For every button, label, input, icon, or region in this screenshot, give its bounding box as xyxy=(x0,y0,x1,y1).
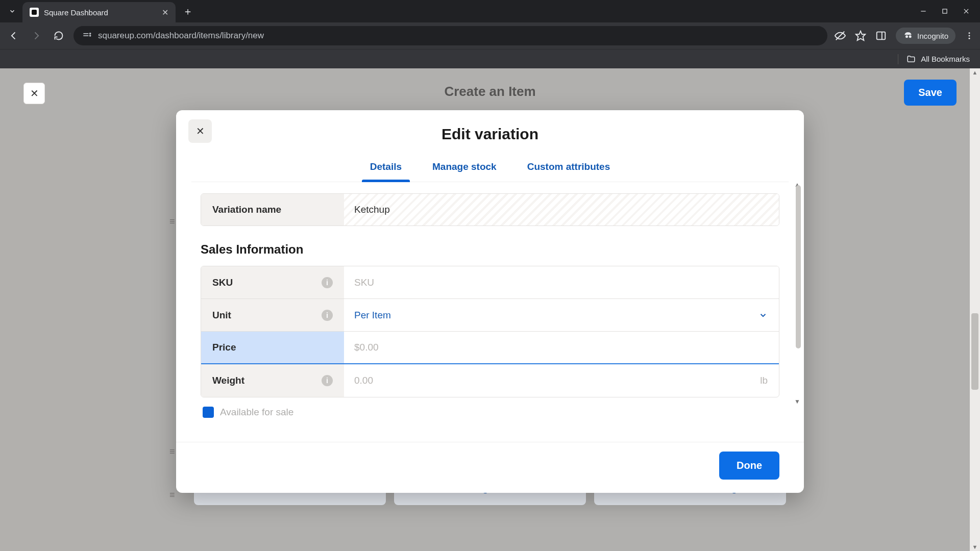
variation-name-label-text: Variation name xyxy=(212,204,281,215)
available-for-sale-row[interactable]: Available for sale xyxy=(201,397,779,418)
new-tab-button[interactable]: ＋ xyxy=(180,3,196,19)
window-controls xyxy=(920,8,975,15)
checkbox-checked-icon[interactable] xyxy=(203,407,214,418)
site-info-icon[interactable] xyxy=(82,31,92,41)
kebab-menu-icon[interactable] xyxy=(965,31,974,40)
modal-title: Edit variation xyxy=(191,126,789,143)
close-window-icon[interactable] xyxy=(963,8,970,15)
unit-row: Unit i Per Item xyxy=(201,299,779,332)
page-viewport: Create an Item ≡ ≡ ≡ ✕ Save ▲ ▼ Create v… xyxy=(0,68,980,551)
sku-input[interactable] xyxy=(344,266,779,298)
sku-label: SKU i xyxy=(201,266,344,298)
unit-value-text: Per Item xyxy=(354,310,391,321)
svg-rect-1 xyxy=(943,9,947,13)
svg-point-13 xyxy=(969,35,970,37)
minimize-icon[interactable] xyxy=(920,8,927,15)
done-button-label: Done xyxy=(737,460,762,471)
info-icon[interactable]: i xyxy=(322,277,333,288)
reload-button[interactable] xyxy=(51,28,66,43)
side-panel-icon[interactable] xyxy=(875,30,887,41)
square-favicon xyxy=(30,8,39,17)
variation-name-input[interactable] xyxy=(344,194,779,226)
tab-manage-stock-label: Manage stock xyxy=(432,161,497,172)
folder-icon xyxy=(906,55,916,64)
save-button[interactable]: Save xyxy=(904,80,957,106)
tab-manage-stock[interactable]: Manage stock xyxy=(429,154,500,182)
price-row: Price xyxy=(201,332,779,364)
url-text: squareup.com/dashboard/items/library/new xyxy=(98,31,264,41)
weight-unit-suffix: lb xyxy=(760,364,779,397)
tab-custom-attributes[interactable]: Custom attributes xyxy=(524,154,614,182)
chevron-down-icon[interactable] xyxy=(758,299,779,331)
modal-body: ▲ ▼ Variation name Sales Information SKU… xyxy=(176,182,804,442)
scroll-up-arrow[interactable]: ▲ xyxy=(971,69,978,76)
price-label-text: Price xyxy=(212,342,236,353)
address-bar[interactable]: squareup.com/dashboard/items/library/new xyxy=(74,26,827,45)
modal-scroll-down-arrow[interactable]: ▼ xyxy=(794,398,801,405)
svg-point-14 xyxy=(969,38,970,39)
done-button[interactable]: Done xyxy=(719,452,779,480)
tab-search-dropdown[interactable] xyxy=(5,4,19,18)
weight-label-text: Weight xyxy=(212,375,244,386)
bookmarks-bar: All Bookmarks xyxy=(0,49,980,68)
forward-button[interactable] xyxy=(29,28,44,43)
unit-label-text: Unit xyxy=(212,310,231,321)
unit-select[interactable]: Per Item xyxy=(344,299,758,331)
save-button-label: Save xyxy=(918,87,942,98)
svg-rect-10 xyxy=(877,32,886,40)
svg-marker-9 xyxy=(856,31,865,40)
browser-tab-strip: Square Dashboard ✕ ＋ xyxy=(0,0,980,22)
page-close-button[interactable]: ✕ xyxy=(23,83,45,104)
tab-details-label: Details xyxy=(370,161,402,172)
modal-close-button[interactable]: ✕ xyxy=(188,119,212,143)
info-icon[interactable]: i xyxy=(322,375,333,386)
modal-header: ✕ Edit variation Details Manage stock Cu… xyxy=(176,110,804,182)
tab-title: Square Dashboard xyxy=(44,8,108,17)
unit-label: Unit i xyxy=(201,299,344,331)
info-icon[interactable]: i xyxy=(322,310,333,321)
back-button[interactable] xyxy=(6,28,21,43)
tab-details[interactable]: Details xyxy=(367,154,405,182)
sku-row: SKU i xyxy=(201,266,779,299)
available-for-sale-label: Available for sale xyxy=(220,407,293,418)
eye-off-icon[interactable] xyxy=(835,30,846,41)
scroll-thumb[interactable] xyxy=(971,313,978,390)
tab-close-icon[interactable]: ✕ xyxy=(162,8,168,17)
incognito-badge[interactable]: Incognito xyxy=(896,28,955,44)
variation-name-label: Variation name xyxy=(201,194,344,226)
price-label: Price xyxy=(201,332,344,363)
modal-scrollbar-thumb[interactable] xyxy=(796,185,801,348)
browser-toolbar: squareup.com/dashboard/items/library/new… xyxy=(0,22,980,49)
sales-info-fields: SKU i Unit i Per Item Price xyxy=(201,266,779,397)
scroll-down-arrow[interactable]: ▼ xyxy=(971,544,978,550)
weight-input[interactable] xyxy=(344,364,760,397)
incognito-icon xyxy=(903,31,913,41)
incognito-label: Incognito xyxy=(917,32,948,40)
modal-footer: Done xyxy=(176,442,804,493)
svg-point-12 xyxy=(969,32,970,34)
svg-point-6 xyxy=(90,33,91,34)
viewport-scrollbar[interactable]: ▲ ▼ xyxy=(970,68,980,551)
edit-variation-modal: ✕ Edit variation Details Manage stock Cu… xyxy=(176,110,804,493)
sku-label-text: SKU xyxy=(212,277,233,288)
price-input[interactable] xyxy=(344,332,779,363)
tab-custom-attributes-label: Custom attributes xyxy=(527,161,610,172)
weight-row: Weight i lb xyxy=(201,364,779,397)
all-bookmarks-link[interactable]: All Bookmarks xyxy=(921,55,970,63)
maximize-icon[interactable] xyxy=(941,8,948,15)
variation-name-row: Variation name xyxy=(201,193,779,226)
modal-tabs: Details Manage stock Custom attributes xyxy=(191,154,789,182)
browser-tab[interactable]: Square Dashboard ✕ xyxy=(22,2,176,22)
weight-label: Weight i xyxy=(201,364,344,397)
bookmark-star-icon[interactable] xyxy=(855,30,866,41)
svg-point-7 xyxy=(90,35,91,36)
sales-information-heading: Sales Information xyxy=(201,242,779,257)
